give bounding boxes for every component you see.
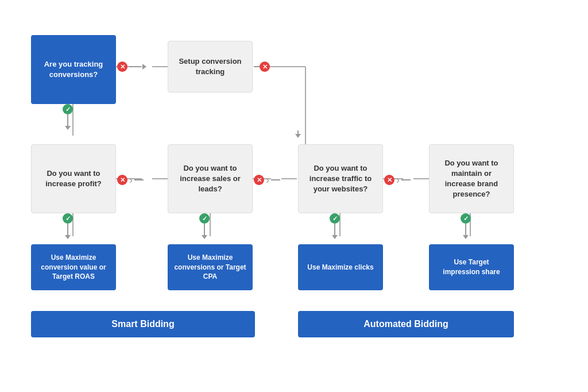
start-down-connector: ✓ (63, 104, 73, 130)
traffic-down-connector: ✓ (330, 213, 340, 239)
sales-box-text: Do you want to increase sales or leads? (176, 163, 244, 195)
h-line-1 (129, 66, 141, 67)
red-x-2: ✕ (260, 62, 270, 72)
green-check-traffic: ✓ (330, 213, 340, 224)
result4-box: Use Target impression share (429, 244, 514, 290)
result3-text: Use Maximize clicks (307, 263, 373, 272)
green-check-profit: ✓ (63, 213, 73, 224)
arrow-down-brand (463, 235, 469, 239)
sales-box: Do you want to increase sales or leads? (168, 144, 253, 213)
setup-box-text: Setup conversion tracking (176, 56, 244, 77)
smart-bidding-label: Smart Bidding (31, 311, 255, 337)
traffic-box-text: Do you want to increase traffic to your … (307, 163, 374, 195)
green-check-sales: ✓ (199, 213, 210, 224)
v-line-profit (67, 224, 68, 235)
start-box: Are you tracking conversions? (31, 35, 116, 104)
gt-2: › (266, 175, 269, 185)
setup-box: Setup conversion tracking (168, 41, 253, 93)
red-x-4: ✕ (254, 175, 264, 185)
result1-text: Use Maximize conversion value or Target … (37, 253, 110, 282)
gt-3: › (396, 175, 400, 185)
diagram-container: Are you tracking conversions? ✕ Setup co… (18, 12, 570, 380)
green-check-start: ✓ (63, 104, 73, 114)
arrow-down-profit (65, 235, 71, 239)
h-line-5 (401, 179, 411, 180)
arrow-down-traffic (332, 235, 338, 239)
result3-box: Use Maximize clicks (298, 244, 383, 290)
smart-bidding-text: Smart Bidding (111, 319, 174, 329)
v-line-brand (465, 224, 466, 235)
v-line-start (67, 114, 68, 126)
automated-bidding-text: Automated Bidding (363, 319, 448, 329)
setup-right-connector: ✕ (254, 62, 270, 72)
red-x-1: ✕ (117, 62, 127, 72)
v-line-sales (204, 224, 205, 235)
traffic-to-brand-connector: ✕ › (384, 175, 411, 185)
profit-box-text: Do you want to increase profit? (40, 168, 107, 189)
sales-to-traffic-connector: ✕ › (254, 175, 280, 185)
start-box-text: Are you tracking conversions? (39, 59, 108, 80)
profit-to-sales-connector: ✕ › (117, 175, 144, 185)
h-line-2 (254, 66, 260, 67)
green-check-brand: ✓ (461, 213, 471, 224)
arrow-down-sales (202, 235, 207, 239)
traffic-box: Do you want to increase traffic to your … (298, 144, 383, 213)
profit-box: Do you want to increase profit? (31, 144, 116, 213)
arrow-down-setup (295, 134, 301, 138)
red-x-5: ✕ (384, 175, 394, 185)
result2-text: Use Maximize conversions or Target CPA (173, 253, 247, 282)
profit-down-connector: ✓ (63, 213, 73, 239)
setup-down-connector (295, 130, 301, 138)
arrow-down-start (65, 126, 71, 130)
sales-down-connector: ✓ (199, 213, 210, 239)
flowchart: Are you tracking conversions? ✕ Setup co… (30, 24, 558, 363)
result4-text: Use Target impression share (435, 258, 508, 277)
h-line-4 (271, 179, 280, 180)
brand-box-text: Do you want to maintain or increase bran… (438, 158, 505, 200)
result1-box: Use Maximize conversion value or Target … (31, 244, 116, 290)
red-x-3: ✕ (117, 175, 127, 185)
h-line-3 (134, 179, 144, 180)
gt-1: › (129, 175, 133, 185)
result2-box: Use Maximize conversions or Target CPA (168, 244, 253, 290)
arrow-right-1 (142, 64, 146, 70)
brand-down-connector: ✓ (461, 213, 471, 239)
v-line-traffic (334, 224, 335, 235)
automated-bidding-label: Automated Bidding (298, 311, 514, 337)
start-to-setup-connector: ✕ (117, 62, 146, 72)
brand-box: Do you want to maintain or increase bran… (429, 144, 514, 213)
